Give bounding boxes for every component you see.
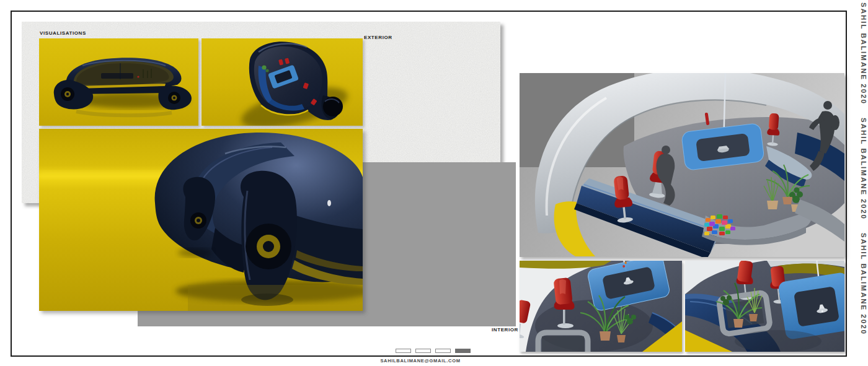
exterior-rear-view-image — [39, 129, 363, 311]
credit-item: SAHIL BALIMANE 2020 — [860, 233, 867, 335]
interior-detail-right-image — [685, 261, 844, 352]
interior-table-silhouette — [101, 73, 133, 79]
credit-item: SAHIL BALIMANE 2020 — [860, 2, 867, 105]
exterior-label: EXTERIOR — [364, 35, 392, 40]
interior-main-image — [520, 73, 844, 257]
exterior-side-view-image — [39, 38, 198, 126]
credit-vertical-text: SAHIL BALIMANE 2020 SAHIL BALIMANE 2020 … — [854, 2, 867, 364]
interior-label: INTERIOR — [492, 327, 518, 333]
interior-detail-left-image — [520, 261, 682, 352]
page-indicator — [396, 349, 471, 353]
portfolio-page: VISUALISATIONS EXTERIOR INTERIOR SAHILBA… — [0, 0, 868, 366]
page-indicator-item[interactable] — [396, 349, 411, 353]
credit-item: SAHIL BALIMANE 2020 — [860, 118, 867, 220]
visualisations-label: VISUALISATIONS — [40, 30, 86, 36]
glint — [327, 200, 331, 206]
page-indicator-item[interactable] — [435, 349, 451, 353]
page-indicator-item[interactable] — [455, 349, 471, 353]
exterior-top-view-image — [202, 38, 363, 126]
email-text: SAHILBALIMANE@GMAIL.COM — [371, 358, 470, 364]
page-indicator-item[interactable] — [415, 349, 431, 353]
